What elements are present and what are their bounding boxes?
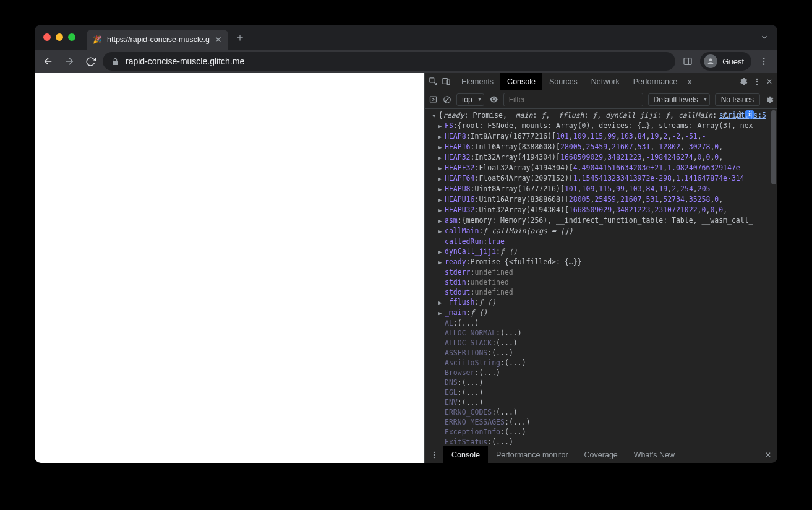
lock-icon — [111, 58, 119, 66]
profile-button[interactable]: Guest — [700, 52, 751, 71]
svg-line-16 — [445, 97, 450, 102]
reload-button[interactable] — [82, 53, 99, 70]
svg-point-11 — [756, 78, 758, 79]
object-property-stderr[interactable]: stderr: undefined — [425, 267, 777, 277]
expand-arrow-icon[interactable] — [438, 173, 445, 184]
forward-button[interactable] — [61, 53, 78, 70]
devtools-tabs: ElementsConsoleSourcesNetworkPerformance… — [425, 73, 777, 90]
select-element-icon[interactable] — [429, 77, 438, 86]
live-expression-icon[interactable] — [489, 95, 498, 104]
issues-button[interactable]: No Issues — [715, 93, 760, 106]
object-property-ALLOC_NORMAL[interactable]: ALLOC_NORMAL: (...) — [425, 328, 777, 338]
expand-arrow-icon[interactable] — [438, 205, 445, 215]
expand-arrow-icon[interactable] — [438, 246, 445, 257]
filter-input[interactable] — [503, 93, 643, 106]
expand-arrow-icon[interactable] — [438, 121, 445, 131]
minimize-window-button[interactable] — [56, 33, 63, 41]
object-property-ERRNO_MESSAGES[interactable]: ERRNO_MESSAGES: (...) — [425, 417, 777, 427]
expand-arrow-icon[interactable] — [438, 226, 445, 236]
object-property-dynCall_jiji[interactable]: dynCall_jiji: ƒ () — [425, 246, 777, 257]
close-window-button[interactable] — [43, 33, 51, 41]
object-property-HEAP8[interactable]: HEAP8: Int8Array(16777216) [101, 109, 11… — [425, 131, 777, 142]
object-property-EGL[interactable]: EGL: (...) — [425, 387, 777, 397]
object-property-HEAPF64[interactable]: HEAPF64: Float64Array(2097152) [1.154541… — [425, 173, 777, 184]
devtools-panel: ElementsConsoleSourcesNetworkPerformance… — [424, 73, 777, 463]
object-property-calledRun[interactable]: calledRun: true — [425, 236, 777, 246]
clear-console-icon[interactable] — [443, 95, 451, 104]
new-tab-button[interactable]: ＋ — [234, 30, 246, 45]
expand-arrow-icon[interactable] — [438, 194, 445, 205]
object-property-stdout[interactable]: stdout: undefined — [425, 287, 777, 297]
expand-arrow-icon[interactable] — [438, 297, 445, 308]
object-property-_fflush[interactable]: _fflush: ƒ () — [425, 297, 777, 308]
more-tabs-icon[interactable]: » — [684, 73, 696, 90]
object-property-HEAPF32[interactable]: HEAPF32: Float32Array(4194304) [4.490441… — [425, 163, 777, 173]
devtools-tab-sources[interactable]: Sources — [542, 73, 584, 90]
expand-arrow-icon[interactable] — [438, 142, 445, 152]
object-property-asm[interactable]: asm: {memory: Memory(256), __indirect_fu… — [425, 215, 777, 226]
drawer-tab-coverage[interactable]: Coverage — [576, 446, 626, 463]
tab-close-icon[interactable]: ✕ — [215, 35, 222, 45]
source-link[interactable]: script.js:5 — [719, 110, 766, 120]
object-property-ALLOC_STACK[interactable]: ALLOC_STACK: (...) — [425, 338, 777, 348]
back-button[interactable] — [40, 53, 57, 70]
devtools-menu-icon[interactable] — [753, 77, 761, 86]
object-property-DNS[interactable]: DNS: (...) — [425, 378, 777, 387]
object-property-ExitStatus[interactable]: ExitStatus: (...) — [425, 437, 777, 446]
toggle-device-icon[interactable] — [442, 77, 451, 86]
object-property-ENV[interactable]: ENV: (...) — [425, 397, 777, 407]
object-property-_main[interactable]: _main: ƒ () — [425, 308, 777, 318]
maximize-window-button[interactable] — [68, 33, 75, 41]
settings-icon[interactable] — [738, 77, 748, 86]
object-property-callMain[interactable]: callMain: ƒ callMain(args = []) — [425, 226, 777, 236]
context-selector[interactable]: top — [456, 93, 484, 106]
menu-button[interactable] — [755, 53, 772, 70]
expand-arrow-icon[interactable] — [438, 308, 445, 318]
traffic-lights — [43, 33, 75, 41]
drawer-tab-console[interactable]: Console — [443, 446, 488, 463]
expand-arrow-icon[interactable] — [438, 152, 445, 163]
expand-arrow-icon[interactable] — [438, 257, 445, 267]
svg-rect-14 — [430, 97, 437, 102]
object-property-HEAPU8[interactable]: HEAPU8: Uint8Array(16777216) [101, 109, … — [425, 184, 777, 194]
console-output[interactable]: script.js:5 {ready: Promise, _main: ƒ, _… — [425, 109, 777, 446]
devtools-tab-elements[interactable]: Elements — [455, 73, 500, 90]
object-property-AsciiToString[interactable]: AsciiToString: (...) — [425, 358, 777, 368]
page-viewport[interactable] — [35, 73, 424, 463]
object-property-ExceptionInfo[interactable]: ExceptionInfo: (...) — [425, 427, 777, 437]
devtools-tab-console[interactable]: Console — [500, 73, 542, 90]
drawer-tab-performance-monitor[interactable]: Performance monitor — [488, 446, 576, 463]
svg-point-13 — [756, 83, 758, 84]
drawer-menu-icon[interactable] — [425, 446, 443, 463]
browser-tab[interactable]: 🎉 https://rapid-concise-muscle.g ✕ — [87, 30, 228, 50]
object-property-stdin[interactable]: stdin: undefined — [425, 277, 777, 287]
object-property-HEAPU32[interactable]: HEAPU32: Uint32Array(4194304) [166850902… — [425, 205, 777, 215]
devtools-tab-network[interactable]: Network — [584, 73, 626, 90]
tab-search-button[interactable] — [760, 33, 769, 41]
console-settings-icon[interactable] — [765, 95, 774, 104]
object-property-HEAP16[interactable]: HEAP16: Int16Array(8388608) [28005, 2545… — [425, 142, 777, 152]
expand-arrow-icon[interactable] — [438, 184, 445, 194]
object-property-ASSERTIONS[interactable]: ASSERTIONS: (...) — [425, 348, 777, 358]
devtools-tab-performance[interactable]: Performance — [626, 73, 685, 90]
expand-arrow-icon[interactable] — [438, 163, 445, 173]
expand-arrow-icon[interactable] — [432, 110, 438, 121]
object-property-ERRNO_CODES[interactable]: ERRNO_CODES: (...) — [425, 407, 777, 417]
devtools-close-icon[interactable]: ✕ — [766, 77, 772, 86]
object-property-AL[interactable]: AL: (...) — [425, 318, 777, 328]
address-bar[interactable]: rapid-concise-muscle.glitch.me — [103, 52, 675, 71]
drawer-tab-what-s-new[interactable]: What's New — [626, 446, 683, 463]
expand-arrow-icon[interactable] — [438, 215, 445, 226]
object-property-HEAPU16[interactable]: HEAPU16: Uint16Array(8388608) [28005, 25… — [425, 194, 777, 205]
log-levels-selector[interactable]: Default levels — [648, 93, 710, 106]
expand-arrow-icon[interactable] — [438, 131, 445, 142]
object-property-FS[interactable]: FS: {root: FSNode, mounts: Array(0), dev… — [425, 121, 777, 131]
console-toolbar: top Default levels No Issues — [425, 90, 777, 109]
scrollbar-thumb[interactable] — [771, 110, 776, 184]
toggle-sidebar-icon[interactable] — [429, 95, 438, 104]
object-property-Browser[interactable]: Browser: (...) — [425, 368, 777, 378]
object-property-ready[interactable]: ready: Promise {<fulfilled>: {…}} — [425, 257, 777, 267]
object-property-HEAP32[interactable]: HEAP32: Int32Array(4194304) [1668509029,… — [425, 152, 777, 163]
side-panel-button[interactable] — [679, 53, 696, 70]
drawer-close-icon[interactable]: ✕ — [759, 446, 777, 463]
